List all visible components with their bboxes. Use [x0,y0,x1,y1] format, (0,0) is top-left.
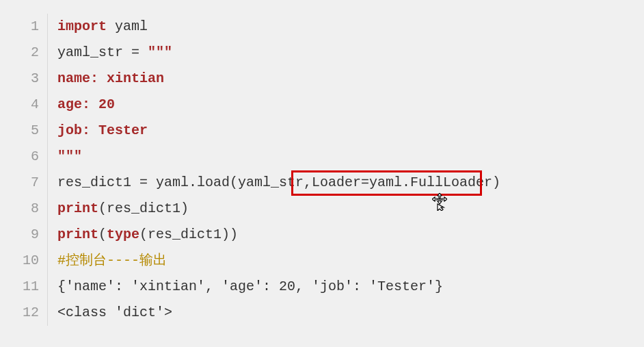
output: <class 'dict'> [57,305,172,320]
identifier: yaml_str = [57,44,148,60]
identifier: yaml [115,18,148,34]
code-content: import yaml yaml_str = """ name: xintian… [48,14,500,326]
identifier: ( [98,227,107,242]
string-literal: """ [57,149,82,164]
code-editor: 1 2 3 4 5 6 7 8 9 10 11 12 import yaml y… [14,14,630,326]
line-number: 12 [14,300,39,326]
identifier: (res_dict1) [98,201,189,216]
output: {'name': 'xintian', 'age': 20, 'job': 'T… [57,279,443,294]
code-line: <class 'dict'> [57,300,500,326]
keyword: print [57,227,98,242]
code-line: """ [57,144,500,170]
line-number: 7 [14,170,39,196]
line-number: 5 [14,118,39,144]
code-line: import yaml [57,14,500,40]
code-line: #控制台----输出 [57,248,500,274]
identifier: (res_dict1)) [139,227,238,242]
line-number: 8 [14,196,39,222]
space [107,18,115,34]
code-line: print(type(res_dict1)) [57,222,500,248]
line-number: 2 [14,40,39,66]
line-number: 6 [14,144,39,170]
code-line: {'name': 'xintian', 'age': 20, 'job': 'T… [57,274,500,300]
line-number: 3 [14,66,39,92]
string-literal: """ [148,44,172,60]
comment: #控制台----输出 [57,253,167,268]
line-number-gutter: 1 2 3 4 5 6 7 8 9 10 11 12 [14,14,48,326]
string-literal: name: xintian [57,70,164,86]
code-line: res_dict1 = yaml.load(yaml_str,Loader=ya… [57,170,500,196]
keyword: type [107,227,139,242]
highlighted-argument: Loader=yaml.FullLoader [312,175,492,190]
line-number: 1 [14,14,39,40]
keyword: import [57,18,107,34]
code-line: yaml_str = """ [57,40,500,66]
keyword: print [57,201,98,216]
code-line: age: 20 [57,92,500,118]
line-number: 4 [14,92,39,118]
code-line: job: Tester [57,118,500,144]
line-number: 10 [14,248,39,274]
line-number: 11 [14,274,39,300]
code-line: print(res_dict1) [57,196,500,222]
code-line: name: xintian [57,66,500,92]
identifier: res_dict1 = yaml.load(yaml_str, [57,175,312,190]
line-number: 9 [14,222,39,248]
identifier: ) [492,175,500,190]
string-literal: job: Tester [57,123,148,138]
string-literal: age: 20 [57,97,115,112]
